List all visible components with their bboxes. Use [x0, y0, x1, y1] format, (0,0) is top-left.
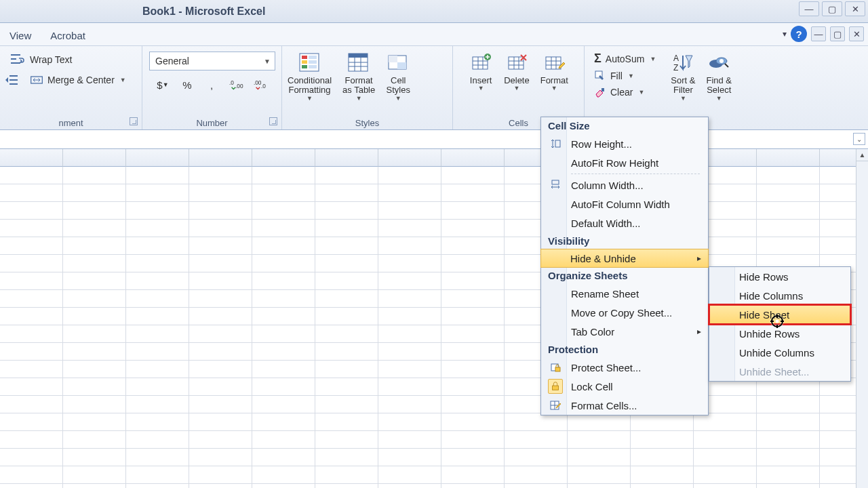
cell[interactable] — [378, 184, 441, 202]
cell[interactable] — [0, 413, 63, 431]
cell[interactable] — [441, 466, 505, 484]
menu-tab-color[interactable]: Tab Color — [541, 322, 708, 341]
cell[interactable] — [315, 184, 378, 202]
format-as-table-button[interactable]: Format as Table▼ — [337, 49, 380, 102]
cell[interactable] — [189, 466, 252, 484]
cell[interactable] — [63, 431, 126, 449]
cell[interactable] — [441, 167, 505, 184]
cell[interactable] — [189, 361, 252, 378]
column-header[interactable] — [441, 149, 505, 167]
cell[interactable] — [126, 255, 189, 272]
cell[interactable] — [189, 272, 252, 290]
cell[interactable] — [252, 272, 315, 290]
cell[interactable] — [126, 220, 189, 237]
cell[interactable] — [126, 396, 189, 413]
cell[interactable] — [694, 449, 757, 466]
column-header[interactable] — [189, 149, 252, 167]
cell[interactable] — [441, 325, 505, 343]
cell[interactable] — [441, 449, 505, 466]
cell[interactable] — [378, 255, 441, 272]
formula-bar[interactable]: ⌄ — [0, 130, 868, 149]
cell[interactable] — [252, 308, 315, 325]
cell[interactable] — [252, 431, 315, 449]
cell[interactable] — [126, 237, 189, 255]
cell[interactable] — [189, 290, 252, 308]
cell[interactable] — [252, 290, 315, 308]
cell[interactable] — [378, 431, 441, 449]
help-icon[interactable]: ? — [791, 26, 807, 42]
cell[interactable] — [126, 413, 189, 431]
cell[interactable] — [568, 484, 631, 488]
cell[interactable] — [0, 184, 63, 202]
currency-button[interactable]: $▼ — [153, 76, 172, 94]
expand-formula-bar-icon[interactable]: ⌄ — [853, 133, 865, 145]
cell[interactable] — [315, 237, 378, 255]
cell-styles-button[interactable]: Cell Styles▼ — [380, 49, 416, 102]
vertical-scrollbar[interactable]: ▲ — [856, 149, 868, 488]
cell[interactable] — [378, 466, 441, 484]
cell[interactable] — [505, 431, 568, 449]
cell[interactable] — [631, 413, 694, 431]
cell[interactable] — [0, 378, 63, 396]
sort-filter-button[interactable]: AZ Sort & Filter▼ — [665, 49, 701, 102]
cell[interactable] — [63, 466, 126, 484]
cell[interactable] — [126, 290, 189, 308]
cell[interactable] — [126, 361, 189, 378]
cell[interactable] — [315, 449, 378, 466]
close-button[interactable]: ✕ — [845, 1, 865, 16]
column-header[interactable] — [378, 149, 441, 167]
cell[interactable] — [63, 378, 126, 396]
cell[interactable] — [315, 378, 378, 396]
cell[interactable] — [63, 449, 126, 466]
cell[interactable] — [378, 396, 441, 413]
cell[interactable] — [0, 466, 63, 484]
cell[interactable] — [505, 466, 568, 484]
cell[interactable] — [378, 308, 441, 325]
cell[interactable] — [568, 413, 631, 431]
clear-button[interactable]: Clear▼ — [589, 85, 661, 100]
cell[interactable] — [441, 413, 505, 431]
cell[interactable] — [315, 308, 378, 325]
cell[interactable] — [252, 184, 315, 202]
cell[interactable] — [63, 325, 126, 343]
cell[interactable] — [63, 484, 126, 488]
alignment-launcher[interactable] — [130, 117, 138, 125]
wrap-text-button[interactable]: Wrap Text — [4, 50, 142, 69]
cell[interactable] — [252, 449, 315, 466]
cell[interactable] — [315, 255, 378, 272]
cell[interactable] — [189, 431, 252, 449]
menu-hide-unhide[interactable]: Hide & Unhide — [540, 249, 709, 268]
cell[interactable] — [63, 255, 126, 272]
cell[interactable] — [252, 484, 315, 488]
cell[interactable] — [63, 361, 126, 378]
window-min-button[interactable]: — — [811, 26, 826, 41]
cell[interactable] — [378, 202, 441, 220]
cell[interactable] — [126, 184, 189, 202]
cell[interactable] — [568, 449, 631, 466]
cell[interactable] — [441, 237, 505, 255]
cell[interactable] — [441, 255, 505, 272]
cell[interactable] — [378, 220, 441, 237]
cell[interactable] — [378, 325, 441, 343]
cell[interactable] — [0, 396, 63, 413]
cell[interactable] — [252, 361, 315, 378]
submenu-unhide-rows[interactable]: Unhide Rows — [709, 324, 850, 343]
cell[interactable] — [315, 290, 378, 308]
cell[interactable] — [694, 466, 757, 484]
cell[interactable] — [252, 466, 315, 484]
tab-acrobat[interactable]: Acrobat — [41, 26, 95, 45]
increase-decimal-button[interactable]: .0.00 — [226, 76, 245, 94]
cell[interactable] — [315, 325, 378, 343]
delete-button[interactable]: Delete▼ — [498, 49, 535, 92]
cell[interactable] — [252, 343, 315, 361]
cell[interactable] — [631, 431, 694, 449]
column-header[interactable] — [315, 149, 378, 167]
cell[interactable] — [441, 396, 505, 413]
cell[interactable] — [189, 237, 252, 255]
cell[interactable] — [505, 413, 568, 431]
cell[interactable] — [0, 308, 63, 325]
cell[interactable] — [252, 396, 315, 413]
cell[interactable] — [126, 325, 189, 343]
menu-format-cells[interactable]: Format Cells... — [541, 396, 708, 415]
cell[interactable] — [315, 361, 378, 378]
